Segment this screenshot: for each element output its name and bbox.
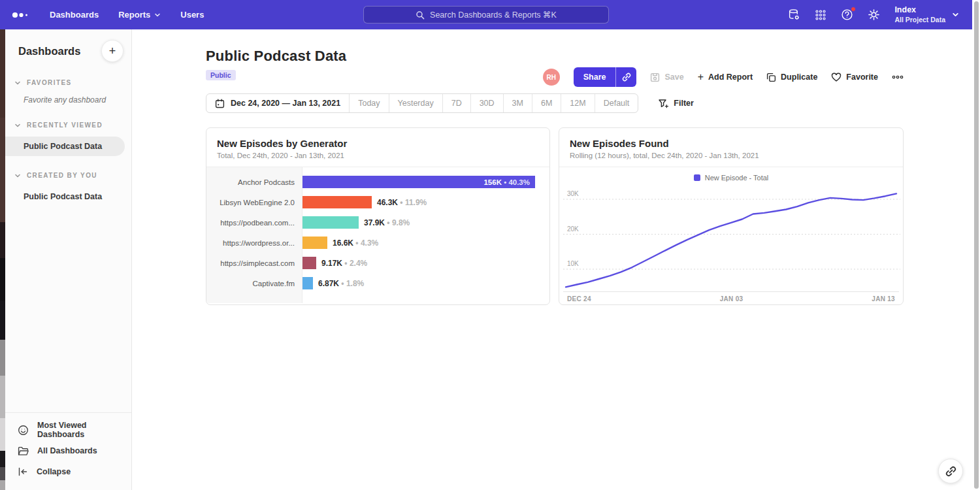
share-button-label[interactable]: Share xyxy=(574,67,616,87)
bar-category-label: Captivate.fm xyxy=(206,280,302,287)
scrollbar-thumb[interactable] xyxy=(974,1,979,489)
search-icon xyxy=(416,10,425,20)
sidebar-footer: Most Viewed DashboardsAll DashboardsColl… xyxy=(5,412,131,490)
save-icon xyxy=(650,73,660,82)
x-tick-label: DEC 24 xyxy=(567,295,591,302)
preset-6m[interactable]: 6M xyxy=(532,94,561,112)
public-badge: Public xyxy=(206,70,236,80)
bar[interactable] xyxy=(302,196,372,208)
sidebar-section-created-by-you: CREATED BY YOUPublic Podcast Data xyxy=(5,172,131,206)
x-tick-label: JAN 03 xyxy=(720,295,743,302)
project-selector[interactable]: Index All Project Data xyxy=(894,5,959,24)
more-options-button[interactable] xyxy=(892,75,904,79)
preset-30d[interactable]: 30D xyxy=(470,94,503,112)
all-dashboards-button[interactable]: All Dashboards xyxy=(5,440,131,461)
main-content: Public Podcast Data Public RH Share xyxy=(132,29,980,490)
x-axis-labels: DEC 24JAN 03JAN 13 xyxy=(559,292,903,302)
bar-category-label: Libsyn WebEngine 2.0 xyxy=(206,199,302,206)
series-line[interactable] xyxy=(566,193,896,287)
project-subtitle: All Project Data xyxy=(894,16,945,24)
notification-badge xyxy=(851,7,856,12)
smiley-icon xyxy=(18,425,29,436)
bar-row-anchor-podcasts[interactable]: Anchor Podcasts156K • 40.3% xyxy=(206,172,549,192)
bar[interactable] xyxy=(302,277,313,289)
line-series[interactable]: 30K20K10K xyxy=(563,186,900,291)
sidebar-sections: FAVORITESFavorite any dashboardRECENTLY … xyxy=(5,79,131,206)
favorite-button[interactable]: Favorite xyxy=(831,73,878,82)
bar[interactable] xyxy=(302,257,316,269)
filter-button[interactable]: Filter xyxy=(658,99,694,108)
link-icon xyxy=(945,466,956,477)
preset-12m[interactable]: 12M xyxy=(561,94,594,112)
preset-7d[interactable]: 7D xyxy=(442,94,470,112)
preset-today[interactable]: Today xyxy=(349,94,388,112)
settings-gear-icon[interactable] xyxy=(868,8,880,21)
bar-chart-card: New Episodes by Generator Total, Dec 24t… xyxy=(206,127,550,305)
add-dashboard-button[interactable]: + xyxy=(101,40,123,62)
add-report-label: Add Report xyxy=(708,73,753,82)
bar[interactable] xyxy=(302,216,359,229)
data-management-icon[interactable] xyxy=(788,8,800,21)
header-actions: RH Share xyxy=(543,67,904,87)
date-range-picker[interactable]: Dec 24, 2020 — Jan 13, 2021 xyxy=(206,94,349,112)
add-report-button[interactable]: + Add Report xyxy=(698,72,753,82)
nav-links: DashboardsReportsUsers xyxy=(50,10,204,20)
preset-default[interactable]: Default xyxy=(595,94,638,112)
filter-label: Filter xyxy=(674,99,694,108)
nav-link-dashboards[interactable]: Dashboards xyxy=(50,10,99,20)
chevron-down-icon xyxy=(14,172,21,179)
nav-link-reports[interactable]: Reports xyxy=(118,10,161,20)
most-viewed-dashboards-button[interactable]: Most Viewed Dashboards xyxy=(5,419,131,440)
date-range-group: Dec 24, 2020 — Jan 13, 2021 TodayYesterd… xyxy=(206,93,638,113)
duplicate-button[interactable]: Duplicate xyxy=(766,73,817,82)
help-icon[interactable] xyxy=(841,8,853,21)
mixpanel-logo-icon[interactable] xyxy=(12,11,31,19)
report-cards: New Episodes by Generator Total, Dec 24t… xyxy=(206,127,980,305)
collapse-button[interactable]: Collapse xyxy=(5,461,131,482)
copy-link-fab[interactable] xyxy=(938,459,963,483)
bar[interactable]: 156K • 40.3% xyxy=(302,176,535,188)
date-toolbar: Dec 24, 2020 — Jan 13, 2021 TodayYesterd… xyxy=(206,93,980,113)
bar-chart-title[interactable]: New Episodes by Generator xyxy=(217,138,539,149)
apps-grid-icon[interactable] xyxy=(815,9,826,21)
preset-3m[interactable]: 3M xyxy=(503,94,532,112)
favorite-label: Favorite xyxy=(846,73,878,82)
share-button[interactable]: Share xyxy=(574,67,637,87)
bar-row-captivate-fm[interactable]: Captivate.fm6.87K • 1.8% xyxy=(206,273,549,293)
y-tick-label: 20K xyxy=(567,225,579,233)
sidebar-section-favorites: FAVORITESFavorite any dashboard xyxy=(5,79,131,106)
line-chart-title[interactable]: New Episodes Found xyxy=(570,138,892,149)
desktop-edge xyxy=(0,29,5,490)
legend-swatch xyxy=(694,174,700,181)
bar-row-https-wordpress-or[interactable]: https://wordpress.or...16.6K • 4.3% xyxy=(206,233,549,253)
search-input[interactable]: Search Dashboards & Reports ⌘K xyxy=(363,6,609,24)
bar-row-libsyn-webengine-2-0[interactable]: Libsyn WebEngine 2.046.3K • 11.9% xyxy=(206,192,549,212)
bar-category-label: https://podbean.com... xyxy=(206,219,302,227)
nav-link-users[interactable]: Users xyxy=(180,10,204,20)
bar-row-https-podbean-com[interactable]: https://podbean.com...37.9K • 9.8% xyxy=(206,212,549,233)
legend-label: New Episode - Total xyxy=(705,174,769,182)
save-button[interactable]: Save xyxy=(650,73,683,82)
bar-chart-plot: Anchor Podcasts156K • 40.3%Libsyn WebEng… xyxy=(206,167,549,303)
y-tick-label: 10K xyxy=(567,260,579,267)
section-header-created-by-you[interactable]: CREATED BY YOU xyxy=(5,172,131,186)
bar[interactable] xyxy=(302,237,327,249)
duplicate-icon xyxy=(766,73,776,82)
duplicate-label: Duplicate xyxy=(781,73,817,82)
section-header-favorites[interactable]: FAVORITES xyxy=(5,79,131,93)
avatar[interactable]: RH xyxy=(543,69,560,86)
y-tick-label: 30K xyxy=(567,190,579,197)
sidebar-item-public-podcast-data[interactable]: Public Podcast Data xyxy=(5,137,125,156)
bar-row-https-simplecast-com[interactable]: https://simplecast.com9.17K • 2.4% xyxy=(206,253,549,273)
bar-category-label: https://wordpress.or... xyxy=(206,239,302,247)
preset-yesterday[interactable]: Yesterday xyxy=(389,94,442,112)
heart-icon xyxy=(831,73,841,82)
top-nav: DashboardsReportsUsers Search Dashboards… xyxy=(0,0,972,29)
bar-category-label: Anchor Podcasts xyxy=(206,178,302,186)
legend[interactable]: New Episode - Total xyxy=(559,171,903,184)
share-link-icon[interactable] xyxy=(615,67,636,87)
sidebar-item-public-podcast-data[interactable]: Public Podcast Data xyxy=(5,187,125,206)
page-header: Public Podcast Data Public RH Share xyxy=(206,48,904,80)
chevron-down-icon xyxy=(952,11,959,18)
section-header-recently-viewed[interactable]: RECENTLY VIEWED xyxy=(5,122,131,135)
